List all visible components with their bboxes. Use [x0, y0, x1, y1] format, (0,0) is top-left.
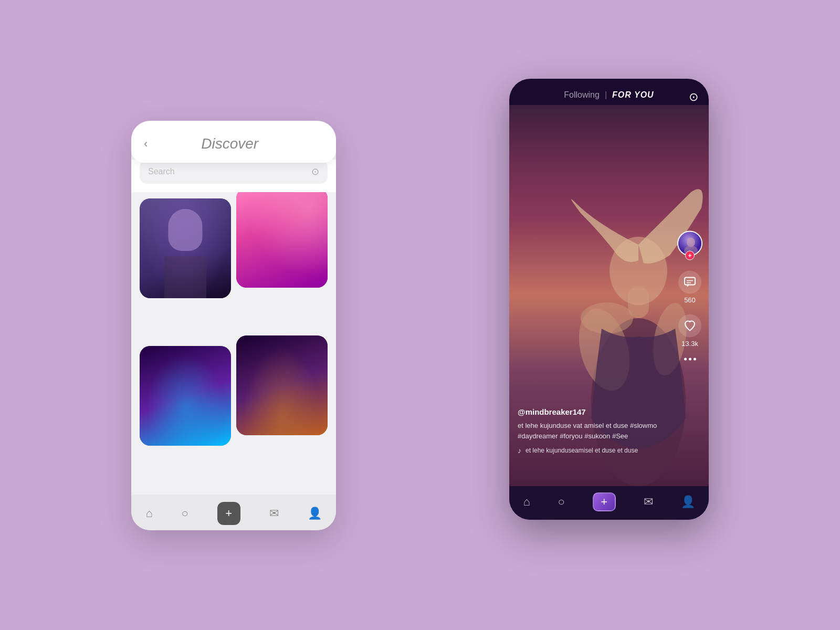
- right-phone: Following | FOR YOU ⊙: [509, 79, 709, 520]
- discover-title: Discover: [154, 135, 306, 152]
- right-search-icon[interactable]: ⊙: [689, 90, 698, 104]
- creator-avatar-container[interactable]: +: [677, 231, 702, 256]
- video-text-overlay: @mindbreaker147 et lehe kujunduse vat am…: [518, 407, 672, 455]
- left-nav-plus-button[interactable]: +: [217, 502, 240, 525]
- svg-point-5: [581, 302, 633, 334]
- left-nav-search-icon[interactable]: ○: [182, 507, 188, 520]
- follow-plus-icon[interactable]: +: [685, 251, 695, 260]
- right-actions: + 560: [677, 231, 702, 361]
- comments-action[interactable]: 560: [678, 271, 701, 304]
- right-nav-mail-icon[interactable]: ✉: [644, 495, 653, 509]
- left-nav-home-icon[interactable]: ⌂: [145, 507, 152, 520]
- search-placeholder: Search: [148, 167, 175, 176]
- left-phone: ‹ Discover Search ⊙: [131, 121, 336, 530]
- likes-action[interactable]: 13.3k: [678, 314, 701, 348]
- comments-count: 560: [684, 296, 696, 304]
- search-bar[interactable]: Search ⊙: [140, 160, 328, 184]
- left-nav-mail-icon[interactable]: ✉: [269, 507, 279, 520]
- discover-header: ‹ Discover: [131, 121, 336, 163]
- more-options[interactable]: [684, 358, 696, 361]
- tab-foryou[interactable]: FOR YOU: [612, 90, 654, 100]
- right-nav-profile-icon[interactable]: 👤: [681, 495, 695, 509]
- music-text: et lehe kujunduseamisel et duse et duse: [526, 447, 638, 454]
- grid-item-4[interactable]: [236, 335, 328, 435]
- search-icon: ⊙: [311, 166, 319, 177]
- right-bottom-nav: ⌂ ○ + ✉ 👤: [509, 486, 709, 520]
- creator-handle: @mindbreaker147: [518, 407, 672, 416]
- comment-icon: [678, 271, 701, 294]
- grid-item-1[interactable]: [140, 198, 231, 298]
- tab-following[interactable]: Following: [564, 90, 600, 100]
- music-info: ♪ et lehe kujunduseamisel et duse et dus…: [518, 446, 672, 455]
- music-note-icon: ♪: [518, 446, 521, 455]
- tab-divider: |: [605, 90, 607, 100]
- likes-count: 13.3k: [681, 340, 698, 348]
- grid-item-2[interactable]: [236, 192, 328, 288]
- left-bottom-nav: ⌂ ○ + ✉ 👤: [131, 495, 336, 530]
- grid-item-3[interactable]: [140, 346, 231, 446]
- back-button[interactable]: ‹: [144, 137, 148, 151]
- header-tabs: Following | FOR YOU: [564, 90, 654, 100]
- video-caption: et lehe kujunduse vat amisel et duse #sl…: [518, 421, 672, 441]
- search-bar-container: Search ⊙: [131, 160, 336, 192]
- right-nav-search-icon[interactable]: ○: [558, 495, 565, 509]
- discovery-grid: [131, 192, 336, 495]
- svg-rect-9: [685, 278, 695, 285]
- left-nav-profile-icon[interactable]: 👤: [308, 507, 322, 520]
- heart-icon: [678, 314, 701, 338]
- right-nav-plus-button[interactable]: +: [593, 492, 616, 511]
- right-header: Following | FOR YOU ⊙: [509, 79, 709, 105]
- video-area[interactable]: + 560: [509, 105, 709, 486]
- right-nav-home-icon[interactable]: ⌂: [523, 495, 530, 509]
